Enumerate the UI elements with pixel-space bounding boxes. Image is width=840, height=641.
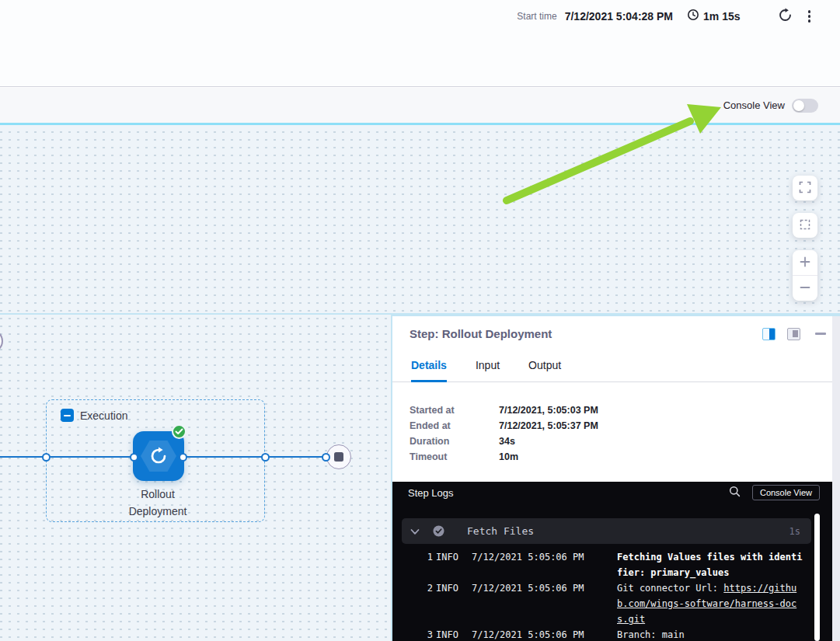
stop-icon bbox=[334, 452, 343, 462]
console-view-label: Console View bbox=[723, 99, 785, 111]
toggle-knob bbox=[793, 100, 804, 111]
zoom-controls bbox=[793, 250, 817, 301]
execution-collapse-button[interactable] bbox=[61, 409, 74, 422]
search-icon[interactable] bbox=[729, 486, 741, 500]
check-badge-icon bbox=[172, 424, 186, 439]
step-logs-title: Step Logs bbox=[408, 487, 729, 499]
rollout-icon bbox=[148, 446, 169, 469]
layout-bottom-icon[interactable] bbox=[787, 328, 800, 340]
minimize-icon[interactable] bbox=[815, 333, 826, 335]
refresh-icon bbox=[778, 8, 793, 25]
connector-point bbox=[42, 453, 51, 462]
panel-scrollbar-track[interactable] bbox=[832, 316, 840, 641]
detail-row: Ended at 7/12/2021, 5:05:37 PM bbox=[410, 420, 840, 431]
check-circle-icon bbox=[433, 525, 444, 537]
connector-point bbox=[261, 453, 270, 462]
logs-console-view-button[interactable]: Console View bbox=[752, 485, 820, 500]
log-section-name: Fetch Files bbox=[467, 525, 789, 537]
logs-scrollbar[interactable] bbox=[814, 514, 820, 641]
stop-node[interactable] bbox=[326, 444, 351, 469]
connector-point bbox=[179, 453, 187, 462]
fullscreen-button[interactable] bbox=[793, 176, 817, 200]
log-line: 3 INFO 7/12/2021 5:05:06 PM Branch: main bbox=[422, 627, 807, 641]
layout-right-icon[interactable] bbox=[762, 328, 776, 340]
execution-group-label: Execution bbox=[80, 409, 127, 422]
zoom-in-icon bbox=[799, 256, 811, 270]
start-time-label: Start time bbox=[517, 11, 556, 22]
top-bar: Start time 7/12/2021 5:04:28 PM 1m 15s bbox=[0, 0, 840, 87]
kebab-icon bbox=[808, 10, 811, 23]
duration-value: 1m 15s bbox=[703, 10, 740, 23]
tab-details[interactable]: Details bbox=[411, 359, 447, 382]
fullscreen-icon bbox=[799, 181, 811, 196]
clock-icon bbox=[687, 9, 699, 24]
refresh-button[interactable] bbox=[776, 6, 794, 26]
connector-point bbox=[322, 453, 330, 462]
log-lines: 1 INFO 7/12/2021 5:05:06 PM Fetching Val… bbox=[392, 544, 832, 641]
more-options-button[interactable] bbox=[794, 9, 813, 24]
tab-output[interactable]: Output bbox=[528, 359, 561, 382]
chevron-down-icon[interactable] bbox=[410, 524, 420, 538]
step-logs-panel: Step Logs Console View Fetch Files 1s 1 … bbox=[392, 482, 832, 641]
detail-row: Duration 34s bbox=[410, 436, 840, 447]
start-time-value: 7/12/2021 5:04:28 PM bbox=[565, 10, 673, 23]
log-line: 1 INFO 7/12/2021 5:05:06 PM Fetching Val… bbox=[422, 549, 807, 580]
stage-toolbar: Console View bbox=[0, 88, 840, 123]
console-view-toggle[interactable] bbox=[792, 99, 818, 113]
node-label: Rollout Deployment bbox=[96, 486, 220, 520]
zoom-out-button[interactable] bbox=[793, 276, 817, 301]
tab-input[interactable]: Input bbox=[476, 359, 500, 382]
fit-view-button[interactable] bbox=[793, 213, 817, 238]
details-list: Started at 7/12/2021, 5:05:03 PM Ended a… bbox=[392, 382, 840, 462]
log-section-row[interactable]: Fetch Files 1s bbox=[402, 518, 811, 544]
log-section-duration: 1s bbox=[789, 526, 800, 537]
zoom-in-button[interactable] bbox=[793, 250, 817, 275]
fit-view-icon bbox=[799, 218, 811, 233]
panel-title: Step: Rollout Deployment bbox=[410, 327, 762, 340]
log-line: 2 INFO 7/12/2021 5:05:06 PM Git connecto… bbox=[422, 580, 807, 627]
connector-point bbox=[130, 453, 138, 462]
panel-tabs: Details Input Output bbox=[392, 351, 840, 382]
detail-row: Started at 7/12/2021, 5:05:03 PM bbox=[410, 405, 840, 416]
minus-icon bbox=[64, 415, 71, 416]
zoom-out-icon bbox=[799, 281, 811, 296]
detail-row: Timeout 10m bbox=[410, 451, 840, 462]
